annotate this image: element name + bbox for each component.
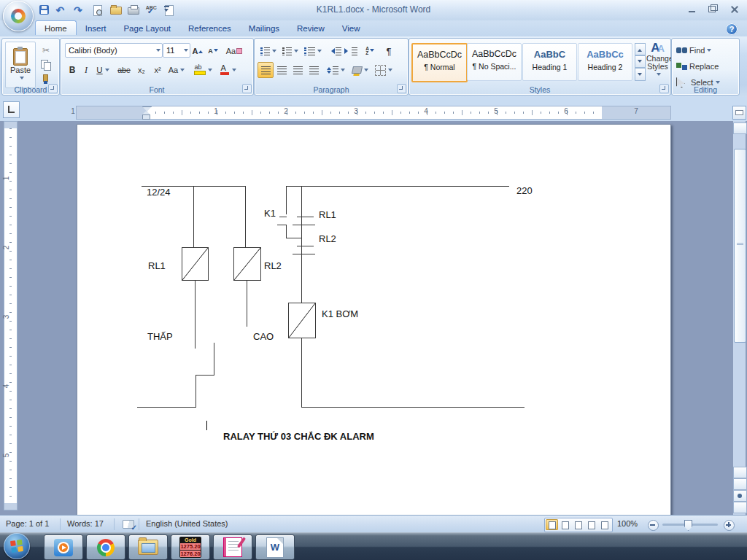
decrease-indent-button[interactable] [326, 43, 344, 59]
strikethrough-button[interactable]: abe [115, 62, 133, 78]
taskbar-gold-price-button[interactable]: Gold 1275.20 1276.20 [171, 534, 210, 560]
office-button[interactable] [3, 1, 34, 31]
taskbar-explorer-button[interactable] [128, 534, 168, 560]
word-count[interactable]: Words: 17 [67, 519, 104, 528]
print-icon[interactable] [127, 4, 140, 17]
spelling-icon[interactable]: ABC✓ [145, 4, 158, 17]
tab-references[interactable]: References [179, 21, 240, 35]
shading-button[interactable] [349, 62, 371, 78]
align-right-button[interactable] [290, 62, 306, 78]
rl2-contact-bar1[interactable] [297, 246, 314, 246]
line-spacing-button[interactable] [325, 62, 347, 78]
tab-insert[interactable]: Insert [77, 21, 115, 35]
redo-icon[interactable]: ↷ [74, 4, 87, 17]
wire-high-sensor[interactable] [247, 280, 247, 327]
styles-more-button[interactable] [635, 68, 646, 81]
label-rl2-contact[interactable]: RL2 [319, 233, 336, 244]
zoom-level[interactable]: 100% [617, 519, 638, 528]
web-layout-view-button[interactable] [572, 519, 584, 530]
wire-bottom-left[interactable] [137, 407, 196, 408]
style-normal[interactable]: AaBbCcDc ¶ Normal [411, 43, 468, 82]
browse-next-button[interactable] [733, 502, 747, 513]
justify-button[interactable] [306, 62, 322, 78]
wire-rl1-drop[interactable] [193, 186, 194, 247]
proofing-status-icon[interactable]: ✓ [123, 520, 134, 529]
font-dialog-launcher[interactable] [242, 84, 252, 93]
start-button[interactable] [4, 533, 30, 559]
scroll-down-button[interactable] [733, 467, 747, 478]
label-rl1-contact[interactable]: RL1 [319, 209, 336, 220]
rl2-contact-bar2[interactable] [293, 254, 315, 254]
italic-button[interactable]: I [80, 62, 93, 78]
view-ruler-toggle-button[interactable] [732, 106, 746, 120]
bold-button[interactable]: B [65, 62, 80, 78]
rl1-contact-bar1[interactable] [297, 217, 314, 217]
subscript-button[interactable]: x₂ [133, 62, 150, 78]
rl1-contact-bar2[interactable] [293, 225, 315, 225]
copy-button[interactable] [37, 58, 55, 72]
multilevel-list-button[interactable] [301, 43, 325, 59]
language-status[interactable]: English (United States) [146, 519, 228, 528]
clipboard-dialog-launcher[interactable] [48, 84, 58, 93]
cut-button[interactable]: ✂ [37, 43, 55, 58]
open-icon[interactable] [109, 4, 123, 17]
underline-button[interactable]: U [93, 62, 113, 78]
borders-button[interactable] [373, 62, 395, 78]
font-name-combo[interactable]: Calibri (Body) [65, 43, 163, 58]
horizontal-ruler[interactable] [76, 106, 671, 120]
wire-top-right[interactable] [287, 186, 509, 187]
style-heading1[interactable]: AaBbC Heading 1 [522, 43, 577, 81]
minimize-button[interactable] [684, 4, 700, 15]
wire-switch-step[interactable] [196, 375, 214, 376]
left-indent-marker[interactable] [142, 114, 150, 120]
increase-indent-button[interactable] [342, 43, 360, 59]
pump-contactor-coil[interactable] [288, 303, 316, 338]
align-left-button[interactable] [258, 62, 274, 78]
font-color-button[interactable]: A [215, 62, 239, 78]
vertical-scrollbar[interactable] [733, 121, 746, 515]
draft-view-button[interactable] [598, 519, 611, 530]
tab-mailings[interactable]: Mailings [240, 21, 288, 35]
tab-selector-button[interactable] [3, 101, 20, 118]
wire-switch-down[interactable] [196, 375, 196, 407]
wire-bottom-right[interactable] [301, 407, 525, 408]
zoom-out-button[interactable] [648, 520, 659, 531]
sort-button[interactable]: AZ [361, 43, 380, 59]
taskbar-chrome-button[interactable] [86, 534, 125, 560]
label-low[interactable]: THẤP [147, 331, 173, 342]
wire-branch-join[interactable] [286, 238, 302, 238]
tab-view[interactable]: View [333, 21, 369, 35]
wire-contact-branch[interactable] [301, 186, 302, 303]
wire-rl2-drop[interactable] [245, 186, 246, 247]
full-screen-reading-view-button[interactable] [559, 519, 571, 530]
close-button[interactable] [727, 4, 743, 15]
wire-k1-branch-bottom[interactable] [286, 225, 287, 238]
label-high[interactable]: CAO [253, 331, 274, 342]
tab-home[interactable]: Home [35, 20, 77, 35]
style-heading2[interactable]: AaBbCc Heading 2 [578, 43, 632, 81]
paste-button[interactable]: Paste [5, 42, 36, 88]
numbering-button[interactable] [279, 43, 301, 59]
page-count[interactable]: Page: 1 of 1 [6, 519, 49, 528]
taskbar-notebook-button[interactable] [213, 534, 252, 560]
change-case-button[interactable]: Aa [166, 62, 187, 78]
outline-view-button[interactable] [585, 519, 597, 530]
document-page[interactable]: 12/24 RL1 RL2 THẤP CAO 220 K1 [77, 124, 671, 515]
select-browse-object-button[interactable] [733, 490, 747, 502]
find-button[interactable]: Find [676, 44, 711, 56]
label-rl1-coil[interactable]: RL1 [148, 260, 166, 271]
clear-formatting-button[interactable]: Aa [224, 43, 244, 59]
label-rl2-coil[interactable]: RL2 [264, 260, 282, 271]
label-k1-contact[interactable]: K1 [264, 208, 276, 219]
zoom-in-button[interactable] [724, 520, 735, 531]
font-size-combo[interactable]: 11 [163, 43, 190, 58]
change-styles-button[interactable]: AA Change Styles [646, 42, 669, 85]
relay-coil-rl1[interactable] [182, 247, 209, 281]
zoom-slider-thumb[interactable] [684, 520, 692, 531]
wire-pump-down[interactable] [301, 338, 302, 407]
restore-button[interactable] [705, 4, 721, 15]
print-preview-icon[interactable] [91, 4, 104, 17]
scrollbar-thumb[interactable] [734, 149, 746, 343]
grow-font-button[interactable]: A [190, 43, 206, 59]
styles-scroll-down[interactable] [635, 55, 646, 68]
